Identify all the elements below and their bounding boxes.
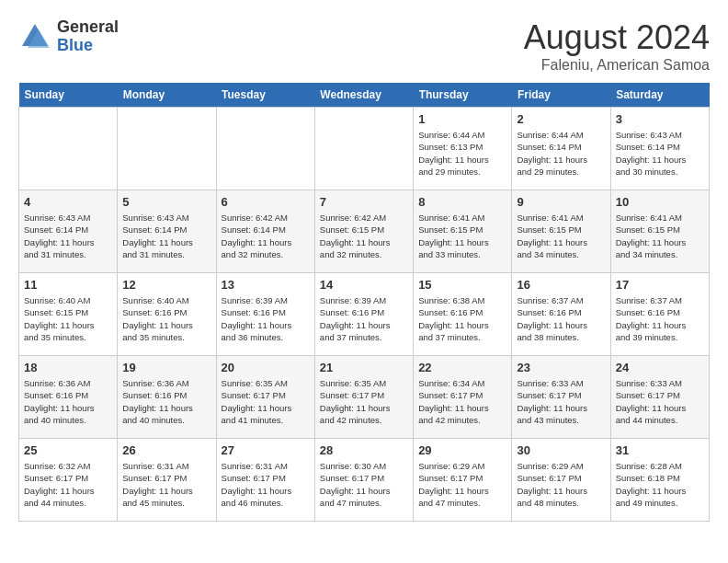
- day-number: 22: [418, 361, 506, 374]
- calendar-cell: 30Sunrise: 6:29 AMSunset: 6:17 PMDayligh…: [512, 439, 610, 522]
- day-info: Sunrise: 6:39 AMSunset: 6:16 PMDaylight:…: [222, 294, 310, 343]
- day-number: 31: [616, 443, 704, 457]
- calendar-cell: 11Sunrise: 6:40 AMSunset: 6:15 PMDayligh…: [19, 273, 118, 356]
- calendar-cell: 26Sunrise: 6:31 AMSunset: 6:17 PMDayligh…: [118, 439, 216, 522]
- calendar-cell: 1Sunrise: 6:44 AMSunset: 6:13 PMDaylight…: [414, 108, 512, 190]
- weekday-row: SundayMondayTuesdayWednesdayThursdayFrid…: [19, 83, 710, 108]
- day-info: Sunrise: 6:43 AMSunset: 6:14 PMDaylight:…: [616, 129, 704, 178]
- calendar-cell: 18Sunrise: 6:36 AMSunset: 6:16 PMDayligh…: [19, 356, 118, 439]
- calendar-cell: 4Sunrise: 6:43 AMSunset: 6:14 PMDaylight…: [19, 190, 118, 273]
- logo: General Blue: [18, 18, 119, 55]
- weekday-header: Thursday: [414, 83, 512, 108]
- weekday-header: Wednesday: [314, 83, 413, 108]
- day-number: 24: [616, 361, 704, 374]
- day-info: Sunrise: 6:32 AMSunset: 6:17 PMDaylight:…: [24, 460, 112, 509]
- day-info: Sunrise: 6:29 AMSunset: 6:17 PMDaylight:…: [418, 460, 506, 509]
- page-header: General Blue August 2024 Faleniu, Americ…: [18, 18, 710, 74]
- calendar-cell: 8Sunrise: 6:41 AMSunset: 6:15 PMDaylight…: [414, 190, 512, 273]
- weekday-header: Friday: [512, 83, 610, 108]
- day-info: Sunrise: 6:38 AMSunset: 6:16 PMDaylight:…: [418, 294, 506, 343]
- day-info: Sunrise: 6:36 AMSunset: 6:16 PMDaylight:…: [122, 377, 210, 426]
- calendar-cell: 3Sunrise: 6:43 AMSunset: 6:14 PMDaylight…: [610, 108, 709, 190]
- day-info: Sunrise: 6:41 AMSunset: 6:15 PMDaylight:…: [418, 212, 506, 260]
- day-info: Sunrise: 6:31 AMSunset: 6:17 PMDaylight:…: [222, 460, 310, 509]
- calendar-cell: 14Sunrise: 6:39 AMSunset: 6:16 PMDayligh…: [314, 273, 413, 356]
- calendar-cell: 31Sunrise: 6:28 AMSunset: 6:18 PMDayligh…: [610, 439, 709, 522]
- day-number: 8: [418, 195, 506, 209]
- day-info: Sunrise: 6:33 AMSunset: 6:17 PMDaylight:…: [517, 377, 605, 426]
- day-number: 16: [517, 278, 605, 292]
- day-number: 9: [517, 195, 605, 209]
- day-number: 20: [222, 361, 310, 374]
- weekday-header: Monday: [118, 83, 216, 108]
- calendar-cell: 6Sunrise: 6:42 AMSunset: 6:14 PMDaylight…: [216, 190, 314, 273]
- day-number: 23: [517, 361, 605, 374]
- calendar-header: SundayMondayTuesdayWednesdayThursdayFrid…: [19, 83, 710, 108]
- day-info: Sunrise: 6:35 AMSunset: 6:17 PMDaylight:…: [320, 377, 408, 426]
- logo-text: General Blue: [57, 18, 119, 55]
- day-info: Sunrise: 6:37 AMSunset: 6:16 PMDaylight:…: [616, 294, 704, 343]
- calendar-cell: [19, 108, 118, 190]
- calendar-cell: 9Sunrise: 6:41 AMSunset: 6:15 PMDaylight…: [512, 190, 610, 273]
- day-number: 13: [222, 278, 310, 292]
- day-info: Sunrise: 6:34 AMSunset: 6:17 PMDaylight:…: [418, 377, 506, 426]
- day-info: Sunrise: 6:44 AMSunset: 6:13 PMDaylight:…: [418, 129, 506, 178]
- day-number: 14: [320, 278, 408, 292]
- day-number: 26: [122, 443, 210, 457]
- calendar-body: 1Sunrise: 6:44 AMSunset: 6:13 PMDaylight…: [19, 108, 710, 522]
- day-number: 30: [517, 443, 605, 457]
- day-info: Sunrise: 6:33 AMSunset: 6:17 PMDaylight:…: [616, 377, 704, 426]
- day-info: Sunrise: 6:43 AMSunset: 6:14 PMDaylight:…: [122, 212, 210, 260]
- calendar-cell: 28Sunrise: 6:30 AMSunset: 6:17 PMDayligh…: [314, 439, 413, 522]
- day-number: 2: [517, 112, 605, 126]
- calendar-cell: [314, 108, 413, 190]
- day-number: 5: [122, 195, 210, 209]
- day-number: 7: [320, 195, 408, 209]
- location: Faleniu, American Samoa: [524, 57, 710, 74]
- day-number: 3: [616, 112, 704, 126]
- day-number: 4: [24, 195, 112, 209]
- day-info: Sunrise: 6:42 AMSunset: 6:14 PMDaylight:…: [222, 212, 310, 260]
- day-info: Sunrise: 6:30 AMSunset: 6:17 PMDaylight:…: [320, 460, 408, 509]
- title-block: August 2024 Faleniu, American Samoa: [524, 18, 710, 74]
- day-number: 19: [122, 361, 210, 374]
- day-info: Sunrise: 6:31 AMSunset: 6:17 PMDaylight:…: [122, 460, 210, 509]
- day-info: Sunrise: 6:41 AMSunset: 6:15 PMDaylight:…: [616, 212, 704, 260]
- day-info: Sunrise: 6:43 AMSunset: 6:14 PMDaylight:…: [24, 212, 112, 260]
- calendar-week-row: 1Sunrise: 6:44 AMSunset: 6:13 PMDaylight…: [19, 108, 710, 190]
- day-info: Sunrise: 6:35 AMSunset: 6:17 PMDaylight:…: [222, 377, 310, 426]
- calendar-cell: 15Sunrise: 6:38 AMSunset: 6:16 PMDayligh…: [414, 273, 512, 356]
- calendar-cell: 27Sunrise: 6:31 AMSunset: 6:17 PMDayligh…: [216, 439, 314, 522]
- calendar-week-row: 18Sunrise: 6:36 AMSunset: 6:16 PMDayligh…: [19, 356, 710, 439]
- calendar-cell: 2Sunrise: 6:44 AMSunset: 6:14 PMDaylight…: [512, 108, 610, 190]
- calendar-cell: [216, 108, 314, 190]
- day-info: Sunrise: 6:29 AMSunset: 6:17 PMDaylight:…: [517, 460, 605, 509]
- month-year: August 2024: [524, 18, 710, 57]
- day-number: 21: [320, 361, 408, 374]
- day-number: 12: [122, 278, 210, 292]
- day-info: Sunrise: 6:40 AMSunset: 6:15 PMDaylight:…: [24, 294, 112, 343]
- calendar-week-row: 4Sunrise: 6:43 AMSunset: 6:14 PMDaylight…: [19, 190, 710, 273]
- weekday-header: Saturday: [610, 83, 709, 108]
- calendar-cell: 5Sunrise: 6:43 AMSunset: 6:14 PMDaylight…: [118, 190, 216, 273]
- day-info: Sunrise: 6:36 AMSunset: 6:16 PMDaylight:…: [24, 377, 112, 426]
- calendar-cell: 7Sunrise: 6:42 AMSunset: 6:15 PMDaylight…: [314, 190, 413, 273]
- calendar-cell: 13Sunrise: 6:39 AMSunset: 6:16 PMDayligh…: [216, 273, 314, 356]
- calendar-cell: 23Sunrise: 6:33 AMSunset: 6:17 PMDayligh…: [512, 356, 610, 439]
- calendar-table: SundayMondayTuesdayWednesdayThursdayFrid…: [18, 83, 710, 522]
- calendar-cell: 16Sunrise: 6:37 AMSunset: 6:16 PMDayligh…: [512, 273, 610, 356]
- day-number: 10: [616, 195, 704, 209]
- calendar-cell: 29Sunrise: 6:29 AMSunset: 6:17 PMDayligh…: [414, 439, 512, 522]
- day-number: 6: [222, 195, 310, 209]
- day-info: Sunrise: 6:41 AMSunset: 6:15 PMDaylight:…: [517, 212, 605, 260]
- day-number: 18: [24, 361, 112, 374]
- calendar-week-row: 11Sunrise: 6:40 AMSunset: 6:15 PMDayligh…: [19, 273, 710, 356]
- day-number: 29: [418, 443, 506, 457]
- day-number: 15: [418, 278, 506, 292]
- calendar-cell: 24Sunrise: 6:33 AMSunset: 6:17 PMDayligh…: [610, 356, 709, 439]
- calendar-cell: 20Sunrise: 6:35 AMSunset: 6:17 PMDayligh…: [216, 356, 314, 439]
- weekday-header: Sunday: [19, 83, 118, 108]
- calendar-cell: [118, 108, 216, 190]
- calendar-cell: 10Sunrise: 6:41 AMSunset: 6:15 PMDayligh…: [610, 190, 709, 273]
- day-info: Sunrise: 6:28 AMSunset: 6:18 PMDaylight:…: [616, 460, 704, 509]
